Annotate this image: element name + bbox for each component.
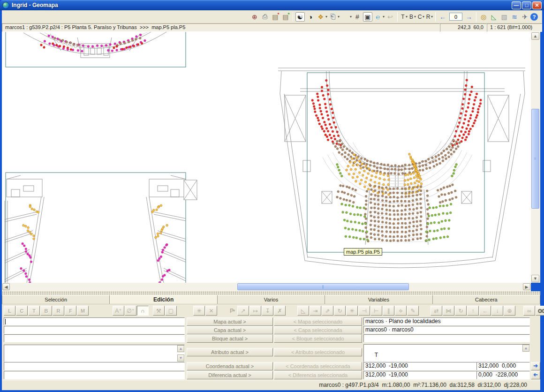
offset-button[interactable]: ∥ (383, 306, 394, 316)
diferencia-actual-button[interactable]: Diferencia actual > (187, 371, 273, 379)
page-input[interactable] (449, 13, 462, 21)
insert-point-button[interactable]: ↧ (262, 306, 273, 316)
vertical-scrollbar[interactable]: ▲ ≡ ▼ (531, 32, 540, 283)
prev-page-icon[interactable]: ← (438, 12, 447, 22)
explode-node-button[interactable]: ✳ (346, 306, 358, 316)
layer-menu[interactable]: C (416, 14, 423, 20)
tab-edicion[interactable]: Edición (110, 295, 217, 304)
box3d-icon[interactable]: ▧ (499, 12, 509, 22)
rotate-button[interactable]: ↻ (334, 306, 346, 316)
zoom-extents-icon[interactable]: ⊕ (250, 12, 259, 22)
coordenada-value-b[interactable]: 312,000 0,000 (476, 362, 530, 370)
diferencia-input[interactable] (4, 371, 185, 379)
bloque-actual-button[interactable]: Bloque actual > (187, 334, 273, 343)
close-button[interactable]: ✕ (532, 1, 542, 9)
tab-variables[interactable]: Variables (325, 295, 432, 304)
flip-horizontal-button[interactable]: ⇄ (431, 306, 442, 316)
extend-button[interactable]: ⊢ (370, 306, 382, 316)
undo-icon[interactable]: ↩ (385, 12, 395, 22)
panel-splitter[interactable] (2, 291, 540, 295)
move-ref-button[interactable]: ↦ (249, 306, 261, 316)
p-menu[interactable]: P▾ (230, 306, 235, 316)
trim-button[interactable]: ⊣ (358, 306, 370, 316)
tools-button[interactable]: ⚒ (153, 306, 165, 316)
move-point-button[interactable]: ↗ (237, 306, 249, 316)
atributo-seleccionado-button[interactable]: < Atributo seleccionado (274, 348, 362, 356)
page-layout-icon-dropdown[interactable]: ▾ (338, 15, 340, 19)
plane-icon[interactable]: ✈ (520, 12, 529, 22)
capa-input[interactable] (4, 326, 185, 334)
attach-button[interactable]: ∅⁺ (125, 306, 136, 316)
frame-icon[interactable]: ▣ (363, 12, 372, 22)
textarea-scroll-down-icon[interactable]: ▼ (177, 354, 184, 362)
break-node-button[interactable]: ✳ (193, 306, 205, 316)
region-menu-dropdown[interactable]: ▾ (431, 15, 433, 19)
print-icon[interactable]: ⎙ (260, 12, 270, 22)
scroll-down-button[interactable]: ▼ (531, 275, 539, 282)
hatch-button[interactable]: ≡ (395, 306, 407, 316)
paste-map-icon[interactable]: ▤✶ (271, 12, 280, 22)
atributo-value-field[interactable]: T ▲ (363, 344, 530, 362)
coordenada-value-a[interactable]: 312,000 -19,000 (363, 362, 476, 370)
bloque-input[interactable] (4, 334, 185, 342)
coordenada-input[interactable] (4, 362, 185, 370)
mirror-button[interactable]: ⋈ (443, 306, 454, 316)
coordenada-actual-button[interactable]: Coordenada actual > (187, 362, 273, 370)
horizontal-scrollbar[interactable]: ◀ ∥ ▶ (2, 283, 531, 291)
paste-layer-icon[interactable]: ▤✶ (281, 12, 290, 22)
textarea-scroll-up-icon[interactable]: ▲ (177, 345, 184, 352)
next-page-icon[interactable]: → (464, 12, 474, 22)
selection-f-button[interactable]: F (65, 306, 76, 316)
capa-actual-button[interactable]: Capa actual > (187, 326, 273, 334)
scroll-right-button[interactable]: ▶ (523, 283, 530, 290)
target-icon[interactable]: ◎ (479, 12, 488, 22)
text-menu-dropdown[interactable]: ▾ (406, 15, 408, 19)
mapa-seleccionado-button[interactable]: < Mapa seleccionado (274, 317, 362, 326)
page-layout-icon[interactable]: ⎗ (328, 12, 338, 22)
selection-t-button[interactable]: T (28, 306, 40, 316)
contrast-icon[interactable]: ◑ (306, 12, 315, 22)
mapa-value-field[interactable]: marcos · Plano de localidades (363, 317, 530, 325)
block-menu-dropdown[interactable]: ▾ (414, 15, 416, 19)
arrow-up-button[interactable]: ↑ (467, 306, 479, 316)
map-canvas[interactable]: map.P5 pla.P5 (2, 32, 531, 283)
selection-r-button[interactable]: R (53, 306, 64, 316)
bloque-seleccionado-button[interactable]: < Bloque seleccionado (274, 334, 362, 343)
selection-c-button[interactable]: C (16, 306, 28, 316)
horizontal-scroll-thumb[interactable]: ∥ (237, 283, 409, 290)
scroll-left-button[interactable]: ◀ (2, 283, 10, 290)
coordenada-seleccionada-button[interactable]: < Coordenada seleccionada (274, 362, 362, 370)
measure-icon[interactable]: ◺ (489, 12, 499, 22)
layer-menu-dropdown[interactable]: ▾ (423, 15, 424, 19)
link-button[interactable]: ∞ (523, 306, 535, 316)
browser-icon-dropdown[interactable]: ▾ (383, 15, 385, 19)
paint-style-icon-dropdown[interactable]: ▾ (325, 15, 327, 19)
center-target-button[interactable]: ⊕ (504, 306, 515, 316)
arrow-down-button[interactable]: ↓ (491, 306, 503, 316)
paint-style-icon[interactable]: ❖ (316, 12, 325, 22)
text-menu[interactable]: T (400, 14, 406, 20)
capa-seleccionada-button[interactable]: < Capa seleccionada (274, 326, 362, 334)
copy-coordinate-right-button[interactable]: ➜ (531, 362, 540, 370)
vertical-scroll-thumb[interactable]: ≡ (531, 109, 539, 209)
snap-magnet-button[interactable]: ∩ (137, 306, 149, 316)
mapa-input[interactable] (4, 317, 185, 325)
rotate-right-button[interactable]: ↻ (455, 306, 467, 316)
atributo-actual-button[interactable]: Atributo actual > (187, 348, 273, 356)
mapa-actual-button[interactable]: Mapa actual > (187, 317, 273, 326)
tab-varios[interactable]: Varios (218, 295, 325, 304)
draw-button[interactable]: ✎ (407, 306, 419, 316)
capa-value-field[interactable]: marcos0 · marcos0 (363, 326, 530, 334)
extra-dropdown-icon[interactable] (340, 12, 350, 22)
maximize-button[interactable]: □ (522, 1, 531, 9)
diferencia-seleccionada-button[interactable]: < Diferencia seleccionada (274, 371, 362, 379)
grid-icon[interactable]: # (353, 12, 362, 22)
minimize-button[interactable]: — (512, 1, 521, 9)
diferencia-value-a[interactable]: 312,000 -19,000 (363, 371, 476, 379)
block-menu[interactable]: B (408, 14, 415, 20)
extra-dropdown-icon-dropdown[interactable]: ▾ (350, 15, 352, 19)
atributo-scroll-up-icon[interactable]: ▲ (522, 345, 529, 352)
atributo-textarea[interactable]: ▲ ▼ (4, 345, 185, 362)
selection-m-button[interactable]: M (77, 306, 89, 316)
invert-colors-icon[interactable]: ☯ (295, 12, 305, 22)
